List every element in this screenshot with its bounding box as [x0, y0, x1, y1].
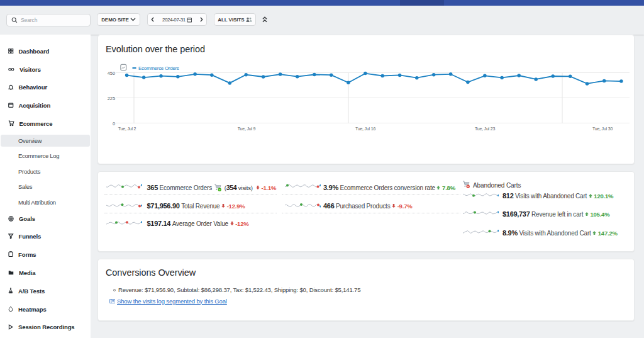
svg-text:Tue, Jul 2: Tue, Jul 2 [118, 127, 136, 131]
svg-text:Tue, Jul 9: Tue, Jul 9 [238, 127, 256, 131]
svg-text:Tue, Jul 23: Tue, Jul 23 [475, 127, 495, 131]
svg-text:Tue, Jul 16: Tue, Jul 16 [355, 127, 375, 131]
svg-text:Ecommerce Orders: Ecommerce Orders [138, 65, 179, 71]
svg-text:Tue, Jul 30: Tue, Jul 30 [592, 127, 613, 131]
svg-text:225: 225 [108, 96, 115, 101]
svg-text:0: 0 [113, 121, 115, 127]
svg-text:450: 450 [108, 70, 115, 76]
